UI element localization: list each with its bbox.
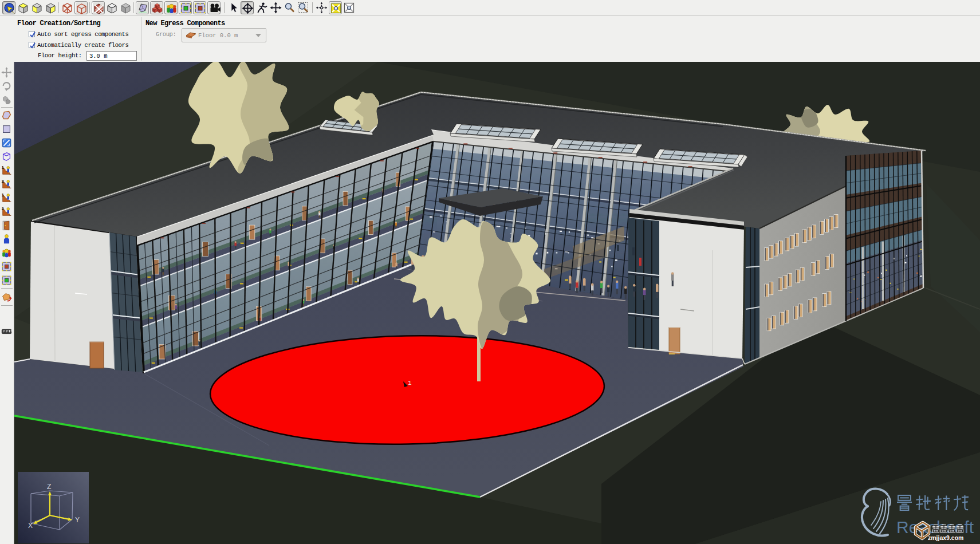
svg-text:X: X bbox=[28, 522, 33, 530]
svg-text:2: 2 bbox=[2, 206, 4, 211]
svg-text:1: 1 bbox=[408, 380, 412, 387]
svg-text:Z: Z bbox=[47, 483, 51, 491]
svg-text:zmjjax9.com: zmjjax9.com bbox=[928, 534, 963, 541]
svg-text:Y: Y bbox=[75, 516, 80, 524]
svg-text:1: 1 bbox=[2, 165, 4, 170]
svg-text:Floor 0.0 m: Floor 0.0 m bbox=[198, 32, 238, 39]
svg-text:1: 1 bbox=[2, 192, 4, 198]
svg-text:2: 2 bbox=[2, 179, 4, 184]
